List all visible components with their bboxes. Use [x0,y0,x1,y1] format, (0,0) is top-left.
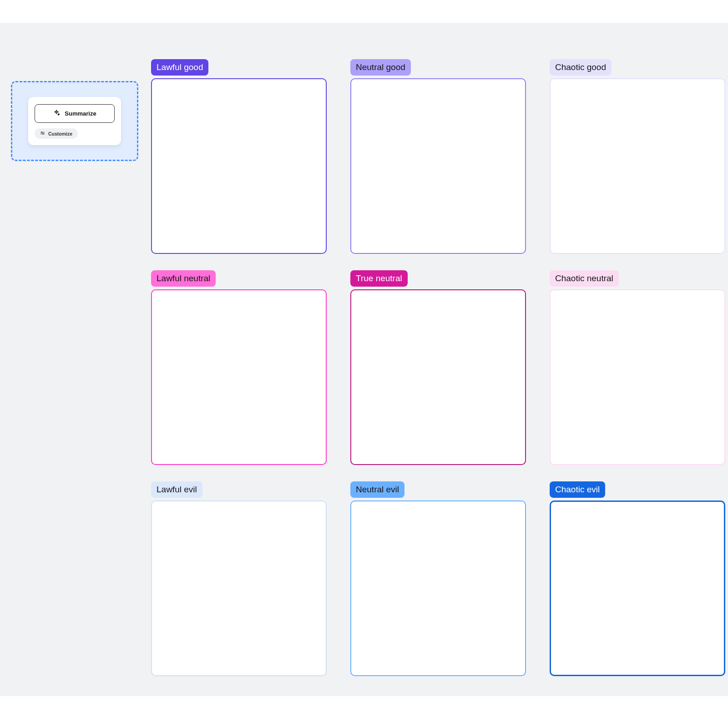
dropzone-chaotic-neutral[interactable] [550,289,725,465]
cell-label: Chaotic neutral [550,270,619,287]
cell-label: Lawful good [151,59,208,76]
cell-label: Chaotic good [550,59,612,76]
cell-chaotic-evil: Chaotic evil [550,481,725,676]
dropzone-chaotic-evil[interactable] [550,500,725,676]
dropzone-lawful-evil[interactable] [151,500,327,676]
cell-chaotic-good: Chaotic good [550,59,725,254]
cell-label: Lawful evil [151,481,202,498]
cell-neutral-evil: Neutral evil [350,481,526,676]
canvas: Summarize Customize Lawful good N [0,23,728,696]
svg-point-1 [41,132,42,133]
sliders-icon [40,131,45,136]
source-dropzone[interactable]: Summarize Customize [11,81,138,161]
cell-neutral-good: Neutral good [350,59,526,254]
summarize-label: Summarize [65,110,96,117]
cell-label: Neutral good [350,59,411,76]
dropzone-lawful-good[interactable] [151,78,327,254]
customize-label: Customize [48,131,72,136]
cell-lawful-neutral: Lawful neutral [151,270,327,465]
dropzone-lawful-neutral[interactable] [151,289,327,465]
cell-lawful-evil: Lawful evil [151,481,327,676]
sparkle-icon [53,109,60,118]
cell-lawful-good: Lawful good [151,59,327,254]
customize-button[interactable]: Customize [35,128,78,139]
dropzone-true-neutral[interactable] [350,289,526,465]
dropzone-neutral-evil[interactable] [350,500,526,676]
cell-label: True neutral [350,270,408,287]
cell-chaotic-neutral: Chaotic neutral [550,270,725,465]
cell-label: Neutral evil [350,481,404,498]
alignment-grid: Lawful good Neutral good Chaotic good La… [151,59,725,676]
cell-label: Chaotic evil [550,481,605,498]
dropzone-neutral-good[interactable] [350,78,526,254]
source-card[interactable]: Summarize Customize [28,97,121,145]
cell-label: Lawful neutral [151,270,216,287]
cell-true-neutral: True neutral [350,270,526,465]
svg-point-3 [43,133,44,134]
dropzone-chaotic-good[interactable] [550,78,725,254]
summarize-button[interactable]: Summarize [35,104,115,123]
